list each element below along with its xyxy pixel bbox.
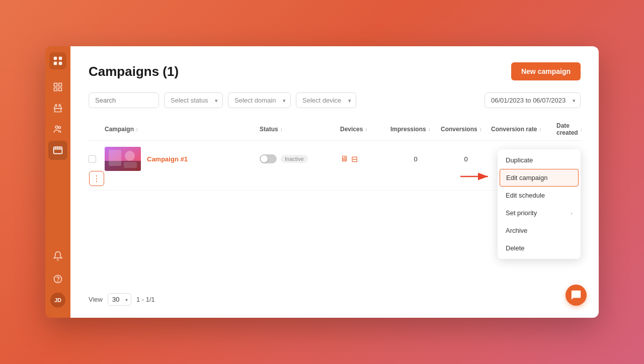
sort-icon-date-created[interactable]: ↓ — [580, 127, 583, 132]
menu-item-archive[interactable]: Archive — [498, 222, 581, 239]
more-options-button[interactable]: ⋮ — [89, 171, 104, 186]
device-filter-wrapper: Select device — [296, 93, 356, 108]
table-header: Campaign ↕ Status ↕ Devices ↕ Impression… — [89, 118, 581, 141]
sidebar-item-help[interactable] — [48, 269, 67, 289]
svg-rect-1 — [59, 57, 62, 60]
sort-icon-conversion-rate[interactable]: ↕ — [539, 127, 541, 132]
sort-icon-conversions[interactable]: ↕ — [479, 127, 482, 132]
main-content: Campaigns (1) New campaign Select status… — [70, 46, 599, 318]
status-toggle[interactable] — [260, 154, 277, 163]
page-title: Campaigns (1) — [89, 64, 179, 79]
sidebar-bottom: JD — [48, 246, 67, 312]
sidebar-item-dashboard[interactable] — [48, 77, 67, 97]
avatar[interactable]: JD — [50, 293, 65, 308]
sidebar-item-notifications[interactable] — [48, 246, 67, 265]
th-conversion-rate: Conversion rate ↕ — [491, 122, 556, 136]
view-select-wrapper: 30 — [108, 293, 131, 306]
th-campaign: Campaign ↕ — [105, 122, 260, 136]
svg-rect-0 — [54, 57, 57, 60]
svg-rect-2 — [54, 62, 57, 65]
sidebar: JD — [45, 46, 70, 318]
svg-point-16 — [125, 151, 135, 161]
sidebar-nav — [48, 77, 67, 246]
svg-point-8 — [55, 126, 58, 128]
campaign-checkbox[interactable] — [89, 155, 96, 163]
date-range-filter[interactable]: 06/01/2023 to 06/07/2023 — [485, 93, 581, 108]
svg-point-9 — [58, 127, 60, 129]
svg-rect-3 — [59, 62, 62, 65]
conversions-cell: 0 — [441, 155, 491, 163]
status-cell: Inactive — [260, 154, 340, 163]
menu-item-set-priority[interactable]: Set priority › — [498, 204, 581, 222]
th-impressions: Impressions ↕ — [390, 122, 441, 136]
date-filter-wrapper: 06/01/2023 to 06/07/2023 — [485, 93, 581, 108]
search-input[interactable] — [89, 93, 159, 108]
sort-icon-devices[interactable]: ↕ — [365, 127, 367, 132]
sidebar-item-campaigns[interactable] — [48, 141, 67, 160]
row-checkbox — [89, 155, 105, 163]
menu-item-delete[interactable]: Delete — [498, 239, 581, 257]
desktop-icon: 🖥 — [340, 154, 348, 163]
svg-point-12 — [58, 281, 58, 282]
header: Campaigns (1) New campaign — [89, 62, 581, 80]
th-checkbox — [89, 122, 105, 136]
view-count-select[interactable]: 30 — [108, 293, 131, 306]
menu-item-edit-campaign[interactable]: Edit campaign — [500, 169, 579, 187]
th-date-created: Date created ↓ — [556, 122, 581, 136]
menu-item-edit-schedule[interactable]: Edit schedule — [498, 187, 581, 204]
view-label: View — [89, 296, 103, 303]
devices-cell: 🖥 ⊟ — [340, 154, 390, 164]
campaign-cell: Campaign #1 — [105, 147, 260, 171]
th-conversions: Conversions ↕ — [441, 122, 491, 136]
status-filter-wrapper: Select status — [164, 93, 223, 108]
table-footer: View 30 1 - 1/1 — [89, 293, 581, 306]
chat-support-button[interactable] — [566, 285, 587, 306]
svg-rect-5 — [59, 83, 62, 86]
th-status: Status ↕ — [260, 122, 340, 136]
sidebar-item-audiences[interactable] — [48, 120, 67, 139]
svg-rect-6 — [54, 88, 57, 91]
context-menu: Duplicate Edit campaign Edit schedule Se… — [498, 149, 581, 259]
campaign-thumbnail — [105, 147, 141, 171]
campaign-name[interactable]: Campaign #1 — [147, 155, 188, 163]
device-filter[interactable]: Select device — [296, 93, 356, 108]
svg-rect-7 — [59, 88, 62, 91]
tablet-icon: ⊟ — [351, 154, 358, 164]
sort-icon-impressions[interactable]: ↕ — [428, 127, 431, 132]
svg-rect-4 — [54, 83, 57, 86]
pagination-info: 1 - 1/1 — [136, 296, 155, 303]
status-filter[interactable]: Select status — [164, 93, 223, 108]
domain-filter-wrapper: Select domain — [228, 93, 291, 108]
th-devices: Devices ↕ — [340, 122, 390, 136]
status-badge: Inactive — [281, 155, 308, 163]
submenu-arrow-icon: › — [571, 210, 573, 216]
new-campaign-button[interactable]: New campaign — [511, 62, 581, 80]
filters-row: Select status Select domain Select devic… — [89, 93, 581, 108]
impressions-cell: 0 — [390, 155, 441, 163]
sort-icon-status[interactable]: ↕ — [280, 127, 283, 132]
domain-filter[interactable]: Select domain — [228, 93, 291, 108]
svg-rect-17 — [124, 162, 137, 168]
logo[interactable] — [49, 52, 66, 69]
toggle-thumb — [261, 155, 268, 162]
sort-icon-campaign[interactable]: ↕ — [136, 127, 138, 132]
svg-rect-15 — [109, 150, 121, 166]
sidebar-item-experiments[interactable] — [48, 99, 67, 118]
menu-item-duplicate[interactable]: Duplicate — [498, 151, 581, 169]
